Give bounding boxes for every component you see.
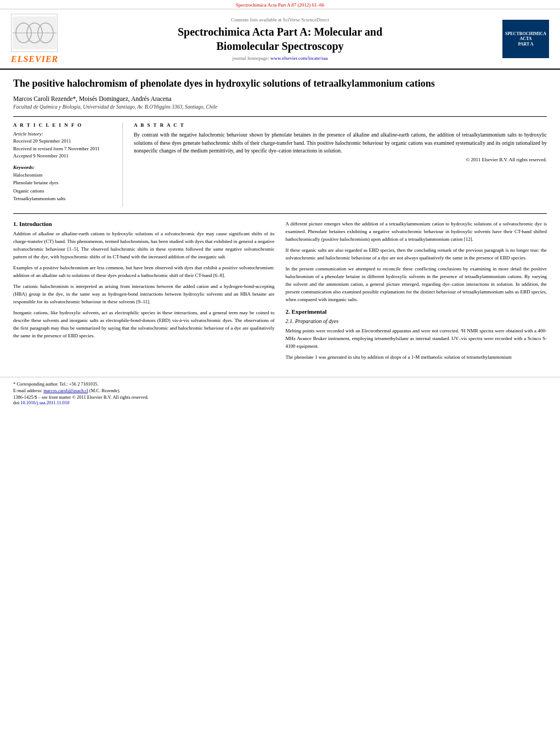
keyword-2: Phenolate betaine dyes xyxy=(13,179,115,186)
content-area: The positive halochromism of phenolate d… xyxy=(0,70,560,372)
journal-main-title: Spectrochimica Acta Part A: Molecular an… xyxy=(66,25,494,53)
accepted-date: Accepted 9 November 2011 xyxy=(13,152,115,160)
page-footer: * Corresponding author. Tel.: +56 2 7181… xyxy=(0,377,560,406)
page: Spectrochimica Acta Part A 87 (2012) 61–… xyxy=(0,0,560,741)
journal-citation-bar: Spectrochimica Acta Part A 87 (2012) 61–… xyxy=(0,0,560,9)
section1-para3: The cationic halochromism is interpreted… xyxy=(13,283,275,306)
journal-logo-left: ELSEVIER xyxy=(11,14,60,64)
contents-text: Contents lists available at SciVerse Sci… xyxy=(231,17,329,22)
doi-label: doi: xyxy=(13,400,20,405)
section1-heading: 1. Introduction xyxy=(13,220,275,227)
keyword-3: Organic cations xyxy=(13,187,115,195)
section2-subheading: 2.1. Preparation of dyes xyxy=(286,318,547,324)
corresponding-label: * Corresponding author. Tel.: +56 2 7181… xyxy=(13,381,98,387)
corresponding-author-note: * Corresponding author. Tel.: +56 2 7181… xyxy=(13,381,547,388)
section2-para1: Melting points were recorded with an Ele… xyxy=(286,327,547,350)
issn-text: 1386-1425/$ – see front matter © 2011 El… xyxy=(13,394,149,400)
body-section: 1. Introduction Addition of alkaline or … xyxy=(13,213,547,364)
homepage-link[interactable]: www.elsevier.com/locate/saa xyxy=(270,55,327,61)
journal-graphic-logo xyxy=(11,14,58,52)
homepage-label: journal homepage: xyxy=(233,55,269,61)
contents-available-line: Contents lists available at SciVerse Sci… xyxy=(66,17,494,22)
keywords-label: Keywords: xyxy=(13,165,115,170)
homepage-line: journal homepage: www.elsevier.com/locat… xyxy=(66,55,494,61)
right-journal-badge: SPECTROCHIMICAACTAPART A xyxy=(502,20,549,58)
abstract-text: By contrast with the negative halochromi… xyxy=(134,131,547,155)
section1-right-para3: In the present communication we attempte… xyxy=(286,265,547,304)
section1-para1: Addition of alkaline or alkaline-earth c… xyxy=(13,230,275,261)
received-date: Received 20 September 2011 xyxy=(13,138,115,145)
article-info-column: A R T I C L E I N F O Article history: R… xyxy=(13,122,123,207)
article-info-label: A R T I C L E I N F O xyxy=(13,122,115,128)
abstract-label: A B S T R A C T xyxy=(134,122,547,128)
section1-right-para1: A different picture emerges when the add… xyxy=(286,220,547,244)
doi-link[interactable]: 10.1016/j.saa.2011.11.010 xyxy=(20,400,69,405)
body-left-column: 1. Introduction Addition of alkaline or … xyxy=(13,220,275,364)
history-group: Article history: Received 20 September 2… xyxy=(13,131,115,160)
keywords-group: Keywords: Halochromism Phenolate betaine… xyxy=(13,165,115,203)
journal-logo-right: SPECTROCHIMICAACTAPART A xyxy=(500,20,549,58)
right-badge-title: SPECTROCHIMICAACTAPART A xyxy=(505,31,546,47)
affiliation: Facultad de Química y Biología, Universi… xyxy=(13,104,547,110)
keyword-4: Tetraalkylammonium salts xyxy=(13,195,115,202)
article-info-abstract-section: A R T I C L E I N F O Article history: R… xyxy=(13,116,547,207)
section1-para2: Examples of a positive halochromism are … xyxy=(13,264,275,280)
issn-line: 1386-1425/$ – see front matter © 2011 El… xyxy=(13,394,547,400)
copyright-line: © 2011 Elsevier B.V. All rights reserved… xyxy=(134,157,547,162)
article-title: The positive halochromism of phenolate d… xyxy=(13,77,547,90)
body-right-column: A different picture emerges when the add… xyxy=(286,220,547,364)
section2-heading: 2. Experimental xyxy=(286,308,547,315)
email-note: E-mail address: marcos.caroli@usach.cl (… xyxy=(13,387,547,394)
section2-para2: The phenolate 1 was generated in situ by… xyxy=(286,354,547,361)
history-label: Article history: xyxy=(13,131,115,137)
doi-line: doi:10.1016/j.saa.2011.11.010 xyxy=(13,400,547,405)
revised-date: Received in revised form 7 November 2011 xyxy=(13,145,115,153)
journal-header: ELSEVIER Contents lists available at Sci… xyxy=(0,9,560,70)
journal-citation: Spectrochimica Acta Part A 87 (2012) 61–… xyxy=(236,2,324,8)
journal-title-center: Contents lists available at SciVerse Sci… xyxy=(60,17,500,61)
email-suffix: (M.C. Rezende). xyxy=(89,388,121,393)
authors: Marcos Caroli Rezende*, Moisés Dominguez… xyxy=(13,95,547,102)
section1-para4: Inorganic cations, like hydroxylic solve… xyxy=(13,309,275,340)
section1-right-para2: If these organic salts are also regarded… xyxy=(286,247,547,262)
email-link[interactable]: marcos.caroli@usach.cl xyxy=(43,388,88,393)
abstract-column: A B S T R A C T By contrast with the neg… xyxy=(134,122,547,207)
elsevier-logo: ELSEVIER xyxy=(11,54,60,64)
keyword-1: Halochromism xyxy=(13,171,115,179)
email-label: E-mail address: xyxy=(13,388,42,393)
